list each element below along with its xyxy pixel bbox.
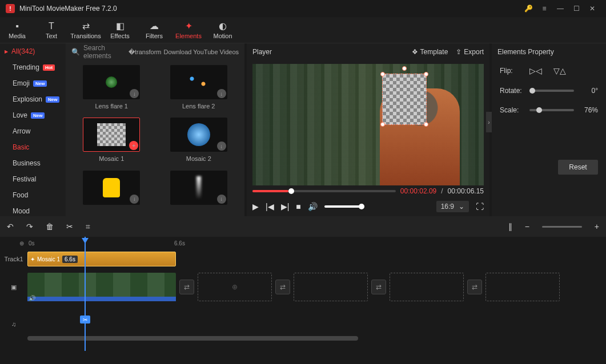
resize-handle[interactable] xyxy=(380,72,385,76)
empty-clip-slot[interactable] xyxy=(390,273,464,301)
delete-button[interactable]: 🗑 xyxy=(46,222,54,231)
element-mosaic-2[interactable]: ↓ Mosaic 2 xyxy=(161,118,237,165)
collapse-properties-button[interactable]: › xyxy=(486,112,492,132)
playhead[interactable]: ✂ xyxy=(85,237,86,351)
download-icon[interactable]: ↓ xyxy=(217,141,226,151)
elements-icon: ✦ xyxy=(185,21,192,31)
category-explosion[interactable]: ExplosionNew xyxy=(0,91,66,107)
empty-clip-slot[interactable] xyxy=(485,273,560,301)
resize-handle[interactable] xyxy=(424,122,428,127)
category-emoji[interactable]: EmojiNew xyxy=(0,75,66,91)
element-lens-flare-2[interactable]: ↓ Lens flare 2 xyxy=(161,65,237,113)
text-icon: T xyxy=(49,21,54,31)
category-all[interactable]: ▶All(342) xyxy=(0,43,66,59)
track1-label: Track1 xyxy=(0,256,27,262)
stop-button[interactable]: ■ xyxy=(296,202,300,211)
tab-effects[interactable]: ◧Effects xyxy=(103,17,137,43)
export-icon: ⇪ xyxy=(456,48,461,56)
horizontal-scrollbar[interactable] xyxy=(27,336,579,342)
category-love[interactable]: LoveNew xyxy=(0,107,66,123)
add-track-icon[interactable]: ⊕ xyxy=(16,240,27,246)
transition-slot[interactable]: ⇄ xyxy=(467,280,482,294)
key-icon[interactable]: 🔑 xyxy=(520,1,536,17)
prev-frame-button[interactable]: |◀ xyxy=(266,202,274,211)
tab-filters[interactable]: ☁Filters xyxy=(137,17,171,43)
close-button[interactable]: ✕ xyxy=(584,1,600,17)
folder-icon: ▪ xyxy=(15,21,19,31)
category-food[interactable]: Food xyxy=(0,187,66,203)
element-mosaic-1[interactable]: + Mosaic 1 xyxy=(74,118,150,165)
scrub-bar[interactable] xyxy=(252,190,396,192)
resize-handle[interactable] xyxy=(380,122,385,127)
aspect-ratio-select[interactable]: 16:9⌄ xyxy=(436,201,469,212)
transition-slot[interactable]: ⇄ xyxy=(275,280,290,294)
download-icon[interactable]: ↓ xyxy=(217,89,226,98)
video-preview[interactable] xyxy=(252,64,484,185)
element-smoke[interactable]: ↓ xyxy=(161,171,237,212)
maximize-button[interactable]: ☐ xyxy=(568,1,584,17)
volume-slider[interactable] xyxy=(324,205,364,208)
empty-clip-slot[interactable] xyxy=(294,273,368,301)
split-at-playhead-icon[interactable]: ✂ xyxy=(80,316,90,323)
search-input[interactable]: 🔍 Search elements xyxy=(71,44,124,60)
effect-clip-mosaic[interactable]: ✦ Mosaic 1 6.6s xyxy=(27,252,176,266)
element-lens-flare-1[interactable]: ↓ Lens flare 1 xyxy=(74,65,150,113)
mosaic-overlay[interactable] xyxy=(382,74,427,125)
transition-slot[interactable]: ⇄ xyxy=(371,280,386,294)
play-button[interactable]: ▶ xyxy=(252,202,259,211)
tab-elements[interactable]: ✦Elements xyxy=(171,17,206,43)
tab-text[interactable]: TText xyxy=(34,17,69,43)
zoom-out-button[interactable]: − xyxy=(525,222,529,231)
minimize-button[interactable]: — xyxy=(552,1,568,17)
download-icon[interactable]: ↓ xyxy=(217,195,226,204)
undo-button[interactable]: ↶ xyxy=(7,222,14,231)
flip-horizontal-button[interactable]: ▷◁ xyxy=(529,66,542,75)
filters-icon: ☁ xyxy=(150,21,159,31)
category-trending[interactable]: TrendingHot xyxy=(0,59,66,75)
zoom-slider[interactable] xyxy=(542,226,582,228)
video-clip[interactable]: 🔊 xyxy=(27,273,176,301)
category-business[interactable]: Business xyxy=(0,155,66,171)
resize-handle[interactable] xyxy=(424,72,428,76)
player-panel: Player ❖Template ⇪Export 00:00:02.09 / 0… xyxy=(247,43,489,216)
template-button[interactable]: ❖Template xyxy=(412,48,448,56)
zoom-in-button[interactable]: + xyxy=(595,222,599,231)
scale-value: 76% xyxy=(580,106,598,114)
scale-label: Scale: xyxy=(500,106,524,114)
crop-button[interactable]: ⌗ xyxy=(86,222,90,232)
app-title: MiniTool MovieMaker Free 7.2.0 xyxy=(19,5,117,13)
download-icon[interactable]: ↓ xyxy=(130,89,139,98)
element-backpack[interactable]: ↓ xyxy=(74,171,150,212)
template-icon: ❖ xyxy=(412,48,418,56)
category-sidebar: ▶All(342) TrendingHot EmojiNew Explosion… xyxy=(0,43,66,216)
timeline-ruler[interactable]: ⊕ 0s 6.6s ✂ xyxy=(0,237,606,249)
tab-motion[interactable]: ◐Motion xyxy=(206,17,240,43)
download-icon[interactable]: ↓ xyxy=(130,195,139,204)
category-arrow[interactable]: Arrow xyxy=(0,123,66,139)
fullscreen-button[interactable]: ⛶ xyxy=(476,202,484,211)
category-festival[interactable]: Festival xyxy=(0,171,66,187)
rotate-slider[interactable] xyxy=(529,90,574,92)
volume-icon[interactable]: 🔊 xyxy=(308,202,318,211)
category-basic[interactable]: Basic xyxy=(0,139,66,155)
snap-icon[interactable]: ∥ xyxy=(508,222,512,231)
split-button[interactable]: ✂ xyxy=(66,222,73,231)
reset-button[interactable]: Reset xyxy=(558,160,598,175)
rotate-value: 0° xyxy=(580,87,598,95)
scale-slider[interactable] xyxy=(529,109,574,111)
flip-vertical-button[interactable]: ▽△ xyxy=(553,66,566,75)
music-track-icon: ♫ xyxy=(0,321,27,327)
next-frame-button[interactable]: ▶| xyxy=(281,202,290,211)
tab-transitions[interactable]: ⇄Transitions xyxy=(69,17,103,43)
export-button[interactable]: ⇪Export xyxy=(456,48,484,56)
tab-media[interactable]: ▪Media xyxy=(0,17,34,43)
add-icon[interactable]: + xyxy=(129,141,138,150)
menu-icon[interactable]: ≡ xyxy=(536,1,552,17)
category-mood[interactable]: Mood xyxy=(0,203,66,216)
rotate-handle[interactable] xyxy=(402,66,407,71)
empty-clip-slot[interactable]: ⊕ xyxy=(198,273,272,301)
redo-button[interactable]: ↷ xyxy=(26,222,33,231)
transition-slot[interactable]: ⇄ xyxy=(179,280,194,294)
download-youtube-link[interactable]: �transform Download YouTube Videos xyxy=(129,48,239,56)
scrub-knob[interactable] xyxy=(288,188,294,194)
